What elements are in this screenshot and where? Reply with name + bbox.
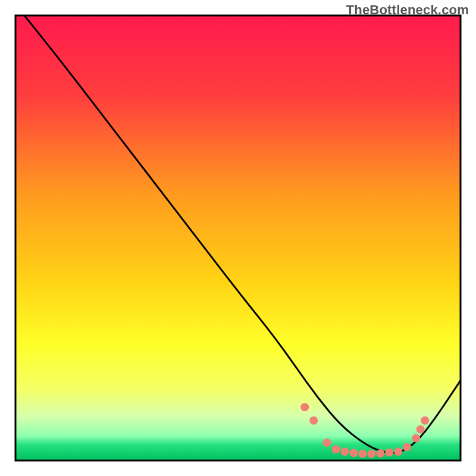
marker-dot bbox=[300, 403, 309, 411]
marker-dot bbox=[421, 416, 429, 425]
marker-dot bbox=[412, 434, 420, 443]
marker-dot bbox=[323, 439, 331, 447]
marker-dot bbox=[358, 450, 367, 458]
chart-frame: TheBottleneck.com bbox=[0, 0, 476, 476]
marker-dot bbox=[367, 450, 375, 458]
marker-dot bbox=[341, 447, 349, 456]
marker-dot bbox=[349, 449, 358, 457]
marker-dot bbox=[416, 425, 425, 434]
marker-dot bbox=[309, 416, 318, 425]
watermark-text: TheBottleneck.com bbox=[346, 2, 469, 18]
bottleneck-chart bbox=[0, 0, 476, 476]
gradient-background bbox=[15, 15, 461, 461]
marker-dot bbox=[403, 443, 411, 452]
marker-dot bbox=[376, 449, 384, 458]
marker-dot bbox=[332, 445, 340, 453]
marker-dot bbox=[394, 447, 402, 456]
marker-dot bbox=[385, 449, 393, 457]
